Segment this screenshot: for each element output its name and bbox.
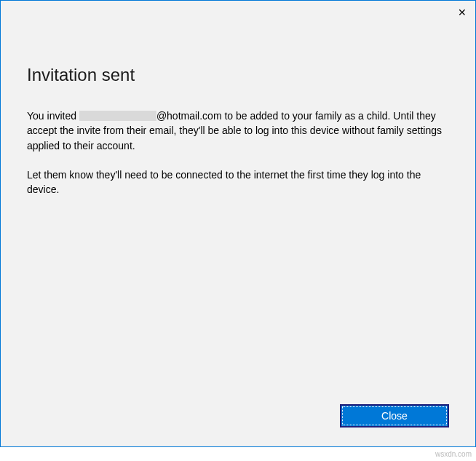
titlebar: ✕ (1, 1, 475, 23)
dialog-content: Invitation sent You invited @hotmail.com… (1, 23, 475, 197)
redacted-email-local (79, 111, 156, 121)
watermark: wsxdn.com (435, 450, 472, 458)
p1-prefix: You invited (27, 110, 79, 122)
close-icon[interactable]: ✕ (455, 5, 469, 20)
page-title: Invitation sent (27, 65, 449, 85)
close-button[interactable]: Close (340, 404, 449, 427)
body-paragraph-1: You invited @hotmail.com to be added to … (27, 109, 449, 153)
button-area: Close (340, 404, 449, 427)
body-paragraph-2: Let them know they'll need to be connect… (27, 168, 449, 197)
invitation-sent-dialog: ✕ Invitation sent You invited @hotmail.c… (0, 0, 476, 447)
